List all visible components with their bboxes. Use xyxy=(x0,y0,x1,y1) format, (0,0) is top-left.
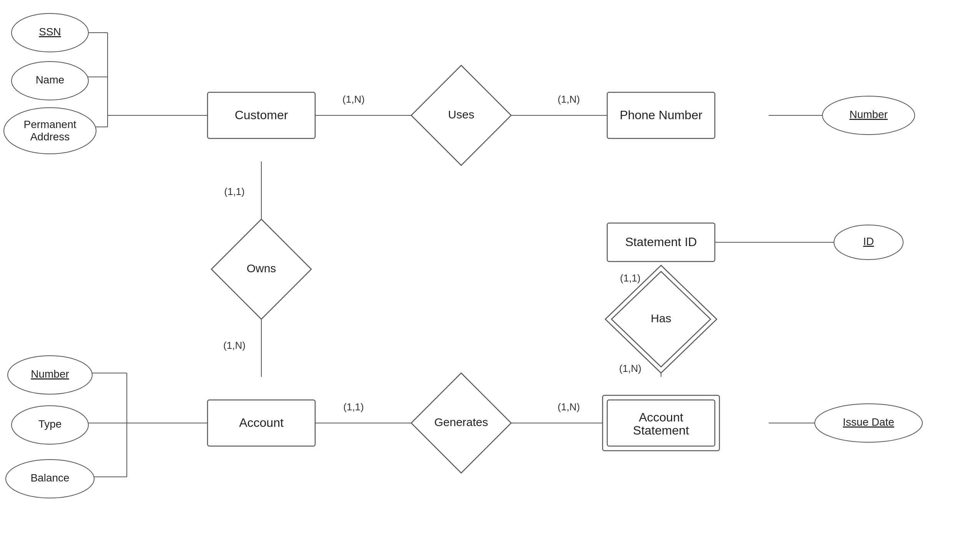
attr-stmt-id-label: ID xyxy=(863,235,874,247)
card-generates-stmt: (1,N) xyxy=(558,401,580,413)
attr-perm-addr-label2: Address xyxy=(30,131,70,143)
card-has-accstmt: (1,N) xyxy=(619,363,641,374)
entity-account-label: Account xyxy=(239,416,284,430)
card-stmtid-has: (1,1) xyxy=(620,272,640,284)
card-uses-phone: (1,N) xyxy=(558,93,580,105)
entity-phone-number-label: Phone Number xyxy=(620,108,703,122)
relationship-generates-label: Generates xyxy=(434,416,488,428)
attr-ssn-label: SSN xyxy=(39,26,61,38)
entity-statement-id-label: Statement ID xyxy=(625,235,697,249)
relationship-has-label: Has xyxy=(651,312,671,325)
card-customer-uses: (1,N) xyxy=(342,93,365,105)
card-customer-owns: (1,1) xyxy=(224,186,244,197)
relationship-owns-label: Owns xyxy=(247,262,276,275)
attr-phone-number-label: Number xyxy=(849,108,888,120)
attr-acc-type-label: Type xyxy=(38,418,62,430)
relationship-uses-label: Uses xyxy=(448,108,474,121)
card-owns-account: (1,N) xyxy=(223,340,246,351)
attr-issue-date-label: Issue Date xyxy=(843,416,894,428)
entity-account-statement-label2: Statement xyxy=(633,423,689,437)
entity-customer-label: Customer xyxy=(235,108,288,122)
card-account-generates: (1,1) xyxy=(343,401,364,413)
attr-acc-number-label: Number xyxy=(31,368,69,380)
attr-perm-addr-label: Permanent xyxy=(24,118,76,130)
attr-name-label: Name xyxy=(36,74,65,86)
attr-acc-balance-label: Balance xyxy=(30,472,69,484)
entity-account-statement-label1: Account xyxy=(639,410,683,424)
